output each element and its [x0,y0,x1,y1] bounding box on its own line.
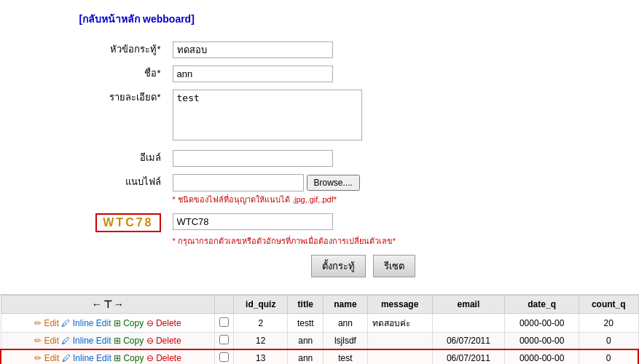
message-cell [367,333,432,350]
file-input-display [173,174,304,191]
subject-input[interactable] [173,41,333,58]
email-cell: 06/07/2011 [432,349,505,364]
email-cell: 06/07/2011 [432,333,505,350]
email-cell [432,314,505,333]
count-q-cell: 0 [579,349,638,364]
email-input[interactable] [173,150,333,167]
delete-link[interactable]: ⊖ Delete [146,336,181,346]
email-col-header: email [432,296,505,314]
date-q-cell: 0000-00-00 [505,349,579,364]
date-q-col-header: date_q [505,296,579,314]
inline-edit-link[interactable]: 🖊 Inline Edit [61,318,111,328]
inline-edit-link[interactable]: 🖊 Inline Edit [62,353,111,363]
title-cell: ann [288,333,324,350]
row-checkbox[interactable] [219,335,229,344]
name-cell: ann [324,314,368,333]
captcha-image: WTC78 [95,213,160,232]
count-q-col-header: count_q [579,296,638,314]
captcha-label: WTC78 [79,210,167,251]
date-q-cell: 0000-00-00 [505,314,579,333]
id-quiz-cell: 13 [234,349,288,364]
id-quiz-cell: 12 [234,333,288,350]
copy-link[interactable]: ⊞ Copy [114,353,144,363]
message-cell: ทดสอบค่ะ [367,314,432,333]
count-q-cell: 0 [579,333,638,350]
copy-link[interactable]: ⊞ Copy [114,336,144,346]
actions-cell: ✏ Edit 🖊 Inline Edit ⊞ Copy ⊖ Delete [1,333,215,350]
row-checkbox-cell [215,314,234,333]
actions-cell: ✏ Edit 🖊 Inline Edit ⊞ Copy ⊖ Delete [1,349,215,364]
name-input[interactable] [173,66,333,82]
inline-edit-link[interactable]: 🖊 Inline Edit [61,336,111,346]
title-col-header: title [288,296,324,314]
message-cell [367,349,432,364]
actions-cell: ✏ Edit 🖊 Inline Edit ⊞ Copy ⊖ Delete [1,314,215,333]
id-quiz-cell: 2 [234,314,288,333]
back-arrow[interactable]: ← [92,298,102,310]
copy-link[interactable]: ⊞ Copy [114,318,144,328]
message-col-header: message [367,296,432,314]
delete-link[interactable]: ⊖ Delete [146,318,181,328]
name-col-header: name [324,296,368,314]
detail-label: รายละเอียด* [79,86,167,146]
sort-icon[interactable]: ⊤ [103,298,112,310]
nav-col-header: ← ⊤ → [1,296,215,314]
data-table: ← ⊤ → id_quiz title name message email d… [0,295,639,364]
delete-link[interactable]: ⊖ Delete [146,353,181,363]
subject-label: หัวข้อกระทู้* [79,38,167,62]
count-q-cell: 20 [579,314,638,333]
row-checkbox[interactable] [219,352,229,362]
file-hint: * ชนิดของไฟล์ที่อนุญาตให้แนบได้ .jpg,.gi… [173,193,554,206]
captcha-input[interactable] [173,213,333,230]
back-link[interactable]: [กลับหน้าหลัก webboard] [79,11,195,27]
captcha-hint: * กรุณากรอกตัวเลขหรือตัวอักษรที่ภาพเมื่อ… [173,234,554,248]
submit-button[interactable]: ตั้งกระทู้ [311,255,366,277]
id-quiz-col-header: id_quiz [234,296,288,314]
edit-link[interactable]: ✏ Edit [34,353,59,363]
file-label: แนบไฟล์ [79,170,167,210]
browse-button[interactable]: Browse.... [307,175,360,191]
checkbox-col-header [215,296,234,314]
row-checkbox[interactable] [219,317,229,327]
row-checkbox-cell [215,333,234,350]
email-label: อีเมล์ [79,146,167,170]
name-cell: test [324,349,368,364]
edit-link[interactable]: ✏ Edit [34,318,59,328]
row-checkbox-cell [215,349,234,364]
edit-link[interactable]: ✏ Edit [34,336,59,346]
reset-button[interactable]: รีเซต [373,255,415,277]
title-cell: ann [288,349,324,364]
forward-arrow[interactable]: → [114,298,124,310]
title-cell: testt [288,314,324,333]
name-label: ชื่อ* [79,62,167,86]
date-q-cell: 0000-00-00 [505,333,579,350]
detail-textarea[interactable]: test [173,90,362,141]
name-cell: lsjlsdf [324,333,368,350]
